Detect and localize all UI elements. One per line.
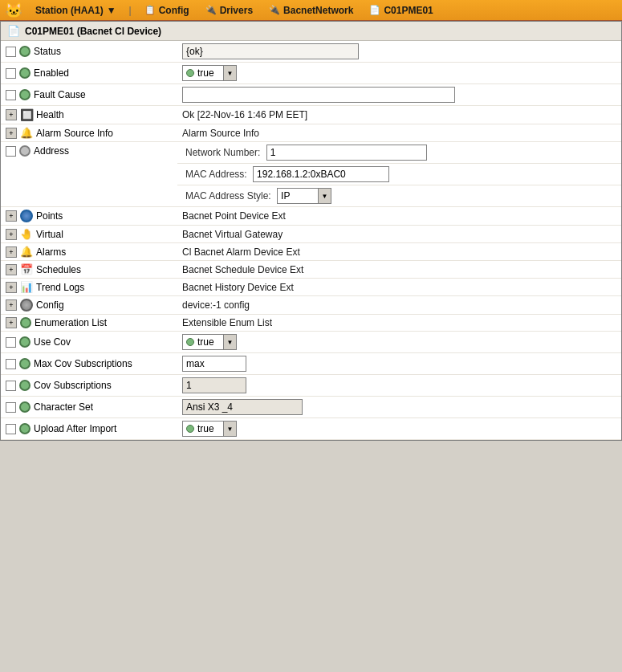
config-label: Config (159, 5, 189, 16)
input-fault-cause[interactable] (182, 87, 455, 103)
checkbox-cov-subscriptions[interactable] (6, 381, 16, 391)
label-cell-address: Address (1, 142, 177, 207)
label-cell-schedules: + 📅 Schedules (1, 261, 177, 279)
dropdown-enabled[interactable]: true ▼ (182, 65, 237, 81)
row-schedules: + 📅 Schedules Bacnet Schedule Device Ext (1, 261, 621, 279)
value-cell-virtual: Bacnet Virtual Gateway (177, 226, 621, 243)
dropdown-mac-style[interactable]: IP ▼ (277, 188, 331, 204)
value-text-virtual: Bacnet Virtual Gateway (182, 229, 283, 240)
row-virtual: + 🤚 Virtual Bacnet Virtual Gateway (1, 226, 621, 243)
row-max-cov: Max Cov Subscriptions (1, 353, 621, 375)
status-icon-fault-cause (19, 89, 30, 100)
station-dropdown-icon: ▼ (107, 5, 116, 16)
checkbox-max-cov[interactable] (6, 359, 16, 369)
value-text-health: Ok [22-Nov-16 1:46 PM EET] (182, 109, 307, 120)
input-mac-address[interactable] (253, 166, 389, 182)
row-trendlogs: + 📊 Trend Logs Bacnet History Device Ext (1, 279, 621, 296)
bacnetnetwork-menu[interactable]: 🔌 BacnetNetwork (266, 3, 356, 18)
checkbox-fault-cause[interactable] (6, 90, 16, 100)
label-cell-alarms: + 🔔 Alarms (1, 243, 177, 261)
row-alarms: + 🔔 Alarms Cl Bacnet Alarm Device Ext (1, 243, 621, 261)
points-icon (20, 210, 33, 222)
value-cell-max-cov (177, 353, 621, 375)
expand-alarms[interactable]: + (6, 246, 17, 258)
dropdown-upload-after-import[interactable]: true ▼ (182, 421, 237, 437)
row-address: Address Network Number: (1, 142, 621, 164)
checkbox-character-set[interactable] (6, 402, 16, 413)
expand-config[interactable]: + (6, 299, 17, 311)
label-text-alarms: Alarms (36, 246, 66, 258)
label-cell-character-set: Character Set (1, 397, 177, 418)
drivers-menu[interactable]: 🔌 Drivers (202, 3, 256, 18)
expand-schedules[interactable]: + (6, 264, 17, 275)
row-use-cov: Use Cov true ▼ (1, 332, 621, 353)
input-network-number[interactable] (266, 145, 427, 161)
label-text-fault-cause: Fault Cause (34, 89, 86, 100)
label-text-address: Address (34, 145, 69, 157)
expand-trendlogs[interactable]: + (6, 282, 17, 293)
row-config: + Config device:-1 config (1, 296, 621, 315)
row-enum-list: + Enumeration List Extensible Enum List (1, 315, 621, 332)
value-cell-address-mac-style: MAC Address Style: IP ▼ (177, 185, 621, 207)
input-cov-subscriptions[interactable] (182, 377, 246, 393)
checkbox-use-cov[interactable] (6, 337, 16, 348)
dropdown-arrow-use-cov[interactable]: ▼ (223, 335, 236, 349)
value-cell-status (177, 41, 621, 63)
page-header: 📄 C01PME01 (Bacnet Cl Device) (1, 22, 621, 41)
dropdown-text-mac-style: IP (281, 190, 290, 202)
label-text-virtual: Virtual (36, 229, 63, 240)
checkbox-enabled[interactable] (6, 68, 16, 79)
expand-points[interactable]: + (6, 210, 17, 222)
dropdown-arrow-upload-after-import[interactable]: ▼ (223, 422, 236, 436)
label-cell-fault-cause: Fault Cause (1, 84, 177, 106)
dropdown-arrow-mac-style[interactable]: ▼ (318, 189, 331, 203)
bell-icon-alarms: 🔔 (20, 246, 33, 258)
value-cell-address-network: Network Number: (177, 142, 621, 164)
value-cell-alarm-source-info: Alarm Source Info (177, 124, 621, 142)
device-menu[interactable]: 📄 C01PME01 (366, 3, 436, 18)
bell-icon-alarm-source: 🔔 (20, 127, 33, 139)
input-status[interactable] (182, 43, 359, 59)
dropdown-value-enabled: true (183, 66, 223, 80)
checkbox-upload-after-import[interactable] (6, 424, 16, 434)
expand-alarm-source-info[interactable]: + (6, 128, 17, 139)
property-table: Status Enabled (1, 41, 621, 440)
label-cell-trendlogs: + 📊 Trend Logs (1, 279, 177, 296)
value-cell-config: device:-1 config (177, 296, 621, 315)
status-icon-enum-list (20, 317, 31, 328)
station-menu[interactable]: Station (HAA1) ▼ (32, 3, 120, 18)
label-text-character-set: Character Set (34, 401, 93, 413)
input-max-cov[interactable] (182, 356, 246, 372)
row-alarm-source-info: + 🔔 Alarm Source Info Alarm Source Info (1, 124, 621, 142)
value-cell-cov-subscriptions (177, 375, 621, 397)
dropdown-arrow-enabled[interactable]: ▼ (223, 66, 236, 80)
mac-address-label: MAC Address: (182, 169, 247, 180)
main-content: 📄 C01PME01 (Bacnet Cl Device) Status (0, 21, 622, 441)
network-number-label: Network Number: (182, 147, 260, 158)
page-header-icon: 📄 (7, 25, 20, 37)
label-text-trendlogs: Trend Logs (36, 282, 84, 293)
config-icon (20, 299, 33, 312)
row-status: Status (1, 41, 621, 63)
value-cell-enum-list: Extensible Enum List (177, 315, 621, 332)
status-icon-upload-after-import (19, 423, 30, 434)
value-text-trendlogs: Bacnet History Device Ext (182, 282, 294, 293)
value-cell-points: Bacnet Point Device Ext (177, 207, 621, 226)
status-icon-status (19, 46, 30, 57)
label-text-config: Config (36, 299, 64, 311)
checkbox-address[interactable] (6, 146, 16, 157)
dropdown-use-cov[interactable]: true ▼ (182, 334, 237, 350)
checkbox-status[interactable] (6, 47, 16, 57)
dropdown-value-use-cov: true (183, 335, 223, 349)
expand-health[interactable]: + (6, 109, 17, 120)
label-cell-enabled: Enabled (1, 63, 177, 84)
input-character-set[interactable] (182, 399, 303, 415)
drivers-label: Drivers (220, 5, 253, 16)
config-menu[interactable]: 📋 Config (141, 3, 193, 18)
dropdown-value-upload-after-import: true (183, 422, 223, 436)
label-cell-config: + Config (1, 296, 177, 315)
value-cell-schedules: Bacnet Schedule Device Ext (177, 261, 621, 279)
expand-enum-list[interactable]: + (6, 317, 17, 328)
expand-virtual[interactable]: + (6, 229, 17, 240)
value-text-points: Bacnet Point Device Ext (182, 210, 286, 222)
